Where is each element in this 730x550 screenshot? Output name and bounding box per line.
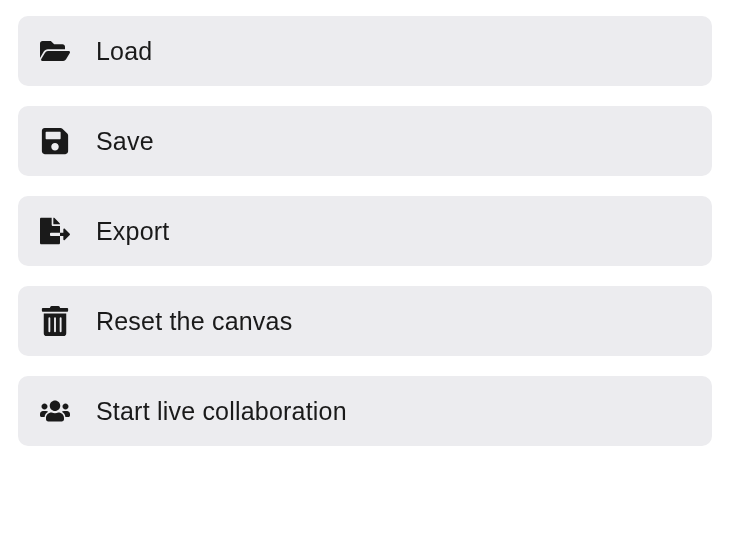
menu-list: Load Save Export Reset the canvas Start … — [18, 16, 712, 446]
collaborate-button[interactable]: Start live collaboration — [18, 376, 712, 446]
menu-item-label: Load — [96, 37, 152, 66]
folder-open-icon — [40, 36, 70, 66]
export-icon — [40, 216, 70, 246]
save-button[interactable]: Save — [18, 106, 712, 176]
menu-item-label: Save — [96, 127, 154, 156]
load-button[interactable]: Load — [18, 16, 712, 86]
export-button[interactable]: Export — [18, 196, 712, 266]
save-icon — [40, 126, 70, 156]
menu-item-label: Export — [96, 217, 169, 246]
trash-icon — [40, 306, 70, 336]
menu-item-label: Reset the canvas — [96, 307, 292, 336]
users-icon — [40, 396, 70, 426]
menu-item-label: Start live collaboration — [96, 397, 347, 426]
reset-button[interactable]: Reset the canvas — [18, 286, 712, 356]
